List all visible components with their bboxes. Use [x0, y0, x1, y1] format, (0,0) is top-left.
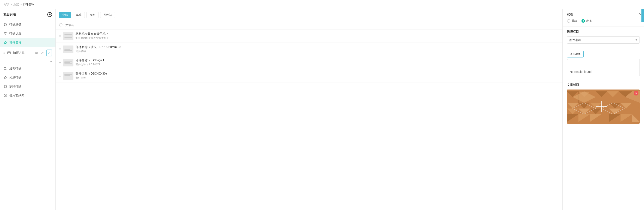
- status-label: 状态: [567, 13, 640, 16]
- article-thumbnail: [63, 59, 74, 66]
- drag-handle-icon: ≡: [59, 74, 61, 78]
- eye-icon[interactable]: [34, 50, 39, 56]
- article-info: 部件名称（镜头E PZ 16-50mm F3... 部件名称: [76, 45, 559, 53]
- article-list: 全部 草稿 发布 回收站 文章名 ≡ 将相机安装在智能手机上 如何将相机安装在智…: [56, 9, 563, 210]
- sidebar-item-label: 拍摄影像: [10, 23, 52, 26]
- sidebar-item-shooting-method[interactable]: ≡ 拍摄方法: [0, 47, 56, 59]
- svg-point-10: [59, 23, 62, 26]
- article-tabs: 全部 草稿 发布 回收站: [56, 9, 562, 21]
- tag-section: 添加标签 No results found: [563, 47, 644, 80]
- close-button[interactable]: ×: [638, 11, 641, 16]
- svg-rect-7: [4, 68, 6, 70]
- cover-delete-button[interactable]: ×: [634, 91, 638, 96]
- radio-label-draft: 草稿: [572, 19, 577, 23]
- article-title: 将相机安装在智能手机上: [76, 32, 559, 36]
- sidebar-item-label: 故障排除: [10, 85, 52, 89]
- article-thumbnail: [63, 32, 74, 40]
- article-item[interactable]: ≡ 部件名称（镜头E PZ 16-50mm F3... 部件名称: [56, 43, 562, 56]
- article-subtitle: 部件名称: [76, 76, 559, 80]
- svg-point-4: [5, 33, 6, 34]
- article-item[interactable]: ≡ 部件名称（ILCE-QX1） 部件名称（ILCE-QX1）: [56, 56, 562, 69]
- select-all-checkbox[interactable]: [59, 23, 66, 27]
- expand-down-button[interactable]: [50, 60, 52, 63]
- sidebar-item-camera-settings[interactable]: 拍摄设置: [0, 29, 56, 38]
- breadcrumb-item-0[interactable]: 内容: [4, 2, 9, 6]
- no-results-text: No results found: [570, 70, 592, 74]
- status-radio-group: 草稿 发布: [567, 19, 640, 23]
- article-subtitle: 如何将相机安装在智能手机上: [76, 36, 559, 40]
- svg-point-8: [5, 86, 6, 87]
- sidebar-item-photography[interactable]: 拍摄影像: [0, 20, 56, 29]
- add-column-button[interactable]: +: [47, 12, 52, 17]
- radio-circle-publish: [582, 19, 585, 23]
- radio-publish[interactable]: 发布: [582, 19, 592, 23]
- info-icon: [4, 94, 7, 98]
- accent-bar: [642, 9, 644, 22]
- article-info: 部件名称（ILCE-QX1） 部件名称（ILCE-QX1）: [76, 59, 559, 66]
- mail-icon: [7, 51, 11, 55]
- tab-draft[interactable]: 草稿: [73, 12, 85, 18]
- tab-publish[interactable]: 发布: [86, 12, 98, 18]
- select-category-label: 选择栏目: [567, 30, 640, 34]
- sidebar: 栏目列表 + 拍摄影像 拍摄设置: [0, 9, 56, 210]
- article-subtitle: 部件名称: [76, 50, 559, 53]
- breadcrumb-sep-0: >: [10, 3, 12, 6]
- drag-handle-icon: ≡: [59, 34, 61, 38]
- svg-rect-5: [8, 52, 10, 54]
- drag-handle-icon: ≡: [59, 47, 61, 51]
- cover-label: 文章封面: [567, 83, 640, 87]
- sidebar-item-timelapse[interactable]: 延时拍摄: [0, 64, 56, 73]
- sidebar-item-parts-name[interactable]: 部件名称: [0, 38, 56, 47]
- sidebar-item-light-photography[interactable]: 光影拍摄: [0, 73, 56, 82]
- sidebar-item-label: 拍摄设置: [10, 32, 52, 35]
- radio-draft[interactable]: 草稿: [567, 19, 577, 23]
- cover-image: ×: [567, 90, 640, 124]
- sidebar-item-label: 部件名称: [10, 41, 52, 44]
- sidebar-item-label: 拍摄方法: [13, 51, 25, 55]
- edit-icon[interactable]: [40, 50, 45, 56]
- tab-all[interactable]: 全部: [59, 12, 71, 18]
- drag-handle-icon: ≡: [4, 51, 5, 55]
- breadcrumb-item-2: 部件名称: [23, 2, 34, 6]
- sidebar-item-label: 光影拍摄: [10, 76, 52, 80]
- right-panel: × 状态 草稿 发布 选择栏目 部件名称 ▼: [563, 9, 644, 210]
- tag-dropdown[interactable]: No results found: [567, 59, 640, 76]
- sidebar-item-precautions[interactable]: 使用前须知: [0, 91, 56, 100]
- camera-icon: [4, 23, 7, 26]
- status-section: 状态 草稿 发布: [563, 9, 644, 26]
- camera2-icon: [4, 32, 7, 35]
- sidebar-title: 栏目列表: [4, 13, 16, 17]
- breadcrumb-item-1[interactable]: 总览: [13, 2, 19, 6]
- article-title: 部件名称（DSC-QX30）: [76, 72, 559, 76]
- svg-point-6: [36, 53, 36, 53]
- article-thumbnail: [63, 72, 74, 80]
- svg-point-0: [4, 23, 7, 26]
- sidebar-item-label: 延时拍摄: [10, 67, 52, 71]
- article-thumbnail: [63, 45, 74, 53]
- article-subtitle: 部件名称（ILCE-QX1）: [76, 63, 559, 66]
- star-icon: [4, 76, 7, 80]
- sidebar-item-label: 使用前须知: [10, 94, 52, 98]
- article-item[interactable]: ≡ 部件名称（DSC-QX30） 部件名称: [56, 69, 562, 83]
- cover-section: 文章封面: [563, 80, 644, 127]
- article-list-header: 文章名: [56, 21, 562, 29]
- article-item[interactable]: ≡ 将相机安装在智能手机上 如何将相机安装在智能手机上: [56, 29, 562, 43]
- tab-recycle[interactable]: 回收站: [100, 12, 115, 18]
- video-icon: [4, 67, 7, 71]
- article-info: 部件名称（DSC-QX30） 部件名称: [76, 72, 559, 80]
- radio-circle-draft: [567, 19, 570, 23]
- pin-icon: [4, 41, 7, 44]
- add-tag-button[interactable]: 添加标签: [567, 51, 584, 57]
- svg-point-1: [5, 24, 6, 25]
- breadcrumb-sep-1: >: [20, 3, 22, 6]
- expand-up-button[interactable]: [46, 50, 52, 56]
- drag-handle-icon: ≡: [59, 61, 61, 65]
- category-select[interactable]: 部件名称: [567, 36, 640, 44]
- article-title: 部件名称（镜头E PZ 16-50mm F3...: [76, 45, 559, 49]
- category-select-wrapper: 部件名称 ▼: [567, 36, 640, 44]
- sidebar-item-troubleshoot[interactable]: 故障排除: [0, 82, 56, 91]
- settings-icon: [4, 85, 7, 89]
- sidebar-header: 栏目列表 +: [0, 9, 56, 20]
- sidebar-item-controls: [34, 50, 52, 56]
- breadcrumb: 内容 > 总览 > 部件名称: [0, 0, 644, 9]
